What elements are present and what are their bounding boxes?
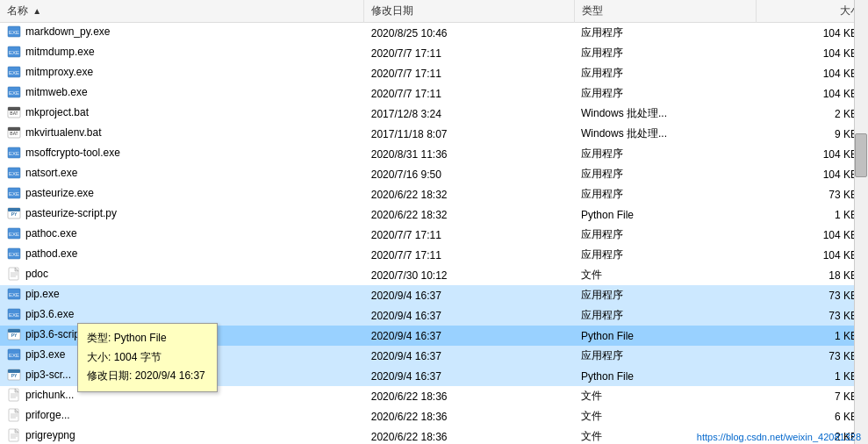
- svg-text:PY: PY: [11, 333, 18, 338]
- file-type: 文件: [574, 265, 756, 285]
- file-type: 应用程序: [574, 144, 756, 164]
- svg-text:EXE: EXE: [9, 191, 19, 197]
- table-row[interactable]: PY pasteurize-script.py2020/6/22 18:32Py…: [0, 204, 868, 225]
- file-size: 6 KB: [756, 406, 868, 426]
- file-date: 2020/6/22 18:32: [364, 204, 574, 225]
- exe-icon: EXE pip3.6.exe: [7, 307, 74, 321]
- file-type: Python File: [574, 326, 756, 346]
- file-date: 2020/7/7 17:11: [364, 245, 574, 265]
- file-type: 应用程序: [574, 305, 756, 326]
- table-row[interactable]: EXE pip.exe2020/9/4 16:37应用程序73 KB: [0, 285, 868, 305]
- file-type: 应用程序: [574, 346, 756, 366]
- exe-icon: EXE pip.exe: [7, 287, 60, 301]
- file-name: EXE mitmproxy.exe: [0, 63, 364, 83]
- exe-icon: EXE msoffcrypto-tool.exe: [7, 146, 120, 160]
- file-name: PY pasteurize-script.py: [0, 204, 364, 225]
- file-type: 应用程序: [574, 245, 756, 265]
- tooltip-type: 类型: Python File: [87, 329, 208, 348]
- file-size: 104 KB: [756, 83, 868, 104]
- tooltip-date: 修改日期: 2020/9/4 16:37: [87, 367, 208, 386]
- file-date: 2020/6/22 18:36: [364, 426, 574, 444]
- svg-text:BAT: BAT: [10, 131, 18, 136]
- table-row[interactable]: EXE markdown_py.exe2020/8/25 10:46应用程序10…: [0, 23, 868, 44]
- header-type[interactable]: 类型: [574, 0, 756, 23]
- svg-text:EXE: EXE: [9, 151, 19, 156]
- svg-text:EXE: EXE: [9, 312, 19, 318]
- file-name: EXE natsort.exe: [0, 164, 364, 184]
- svg-text:EXE: EXE: [9, 70, 19, 75]
- svg-text:EXE: EXE: [9, 50, 19, 55]
- file-type: Windows 批处理...: [574, 124, 756, 144]
- scrollbar[interactable]: [854, 0, 868, 444]
- file-name: prigreypng: [0, 426, 364, 444]
- file-tooltip: 类型: Python File 大小: 1004 字节 修改日期: 2020/9…: [77, 323, 218, 392]
- file-name: EXE pasteurize.exe: [0, 184, 364, 204]
- svg-text:EXE: EXE: [9, 90, 19, 96]
- file-date: 2020/6/22 18:36: [364, 406, 574, 426]
- file-date: 2020/6/22 18:32: [364, 184, 574, 204]
- header-name[interactable]: 名称 ▲: [0, 0, 364, 23]
- file-type: 应用程序: [574, 43, 756, 63]
- table-row[interactable]: BAT mkvirtualenv.bat2017/11/18 8:07Windo…: [0, 124, 868, 144]
- file-icon: priforge...: [7, 408, 70, 422]
- table-row[interactable]: EXE mitmdump.exe2020/7/7 17:11应用程序104 KB: [0, 43, 868, 63]
- file-type: 应用程序: [574, 184, 756, 204]
- file-name: EXE pathoc.exe: [0, 225, 364, 245]
- file-name: EXE pathod.exe: [0, 245, 364, 265]
- exe-icon: EXE markdown_py.exe: [7, 25, 111, 39]
- table-row[interactable]: EXE pathoc.exe2020/7/7 17:11应用程序104 KB: [0, 225, 868, 245]
- file-date: 2020/7/16 9:50: [364, 164, 574, 184]
- table-row[interactable]: BAT mkproject.bat2017/12/8 3:24Windows 批…: [0, 104, 868, 124]
- file-size: 1 KB: [756, 366, 868, 386]
- sort-arrow: ▲: [32, 6, 41, 16]
- file-size: 104 KB: [756, 144, 868, 164]
- file-size: 73 KB: [756, 346, 868, 366]
- file-type: 应用程序: [574, 83, 756, 104]
- table-row[interactable]: EXE mitmproxy.exe2020/7/7 17:11应用程序104 K…: [0, 63, 868, 83]
- header-date[interactable]: 修改日期: [364, 0, 574, 23]
- svg-text:EXE: EXE: [9, 232, 19, 237]
- exe-icon: EXE pathoc.exe: [7, 226, 77, 240]
- file-date: 2020/7/7 17:11: [364, 43, 574, 63]
- header-size[interactable]: 大小: [756, 0, 868, 23]
- file-name: EXE mitmweb.exe: [0, 83, 364, 104]
- file-type: 应用程序: [574, 285, 756, 305]
- table-row[interactable]: pdoc2020/7/30 10:12文件18 KB: [0, 265, 868, 285]
- file-name: EXE mitmdump.exe: [0, 43, 364, 63]
- file-date: 2017/12/8 3:24: [364, 104, 574, 124]
- exe-icon: EXE pasteurize.exe: [7, 186, 94, 200]
- file-type: Python File: [574, 366, 756, 386]
- file-icon: prichunk...: [7, 388, 74, 402]
- table-row[interactable]: EXE natsort.exe2020/7/16 9:50应用程序104 KB: [0, 164, 868, 184]
- file-date: 2020/9/4 16:37: [364, 326, 574, 346]
- table-row[interactable]: EXE pathod.exe2020/7/7 17:11应用程序104 KB: [0, 245, 868, 265]
- scrollbar-thumb[interactable]: [855, 133, 867, 177]
- svg-text:PY: PY: [11, 373, 18, 378]
- file-icon: pdoc: [7, 267, 48, 281]
- exe-icon: EXE mitmdump.exe: [7, 45, 95, 59]
- py-icon: PY pasteurize-script.py: [7, 206, 117, 220]
- file-size: 104 KB: [756, 225, 868, 245]
- file-size: 2 KB: [756, 104, 868, 124]
- svg-text:EXE: EXE: [9, 353, 19, 358]
- file-size: 104 KB: [756, 43, 868, 63]
- table-row[interactable]: EXE mitmweb.exe2020/7/7 17:11应用程序104 KB: [0, 83, 868, 104]
- file-name: BAT mkproject.bat: [0, 104, 364, 124]
- bottom-url[interactable]: https://blog.csdn.net/weixin_42081328: [697, 432, 861, 442]
- table-row[interactable]: EXE msoffcrypto-tool.exe2020/8/31 11:36应…: [0, 144, 868, 164]
- table-row[interactable]: EXE pasteurize.exe2020/6/22 18:32应用程序73 …: [0, 184, 868, 204]
- table-row[interactable]: priforge...2020/6/22 18:36文件6 KB: [0, 406, 868, 426]
- file-name: EXE markdown_py.exe: [0, 23, 364, 44]
- file-size: 104 KB: [756, 245, 868, 265]
- file-date: 2020/8/31 11:36: [364, 144, 574, 164]
- exe-icon: EXE pip3.exe: [7, 347, 65, 362]
- file-type: Python File: [574, 204, 756, 225]
- file-date: 2020/7/7 17:11: [364, 225, 574, 245]
- file-icon: prigreypng: [7, 428, 75, 442]
- svg-text:EXE: EXE: [9, 292, 19, 297]
- file-size: 9 KB: [756, 124, 868, 144]
- exe-icon: EXE natsort.exe: [7, 166, 77, 180]
- file-date: 2020/7/30 10:12: [364, 265, 574, 285]
- file-name: priforge...: [0, 406, 364, 426]
- file-size: 18 KB: [756, 265, 868, 285]
